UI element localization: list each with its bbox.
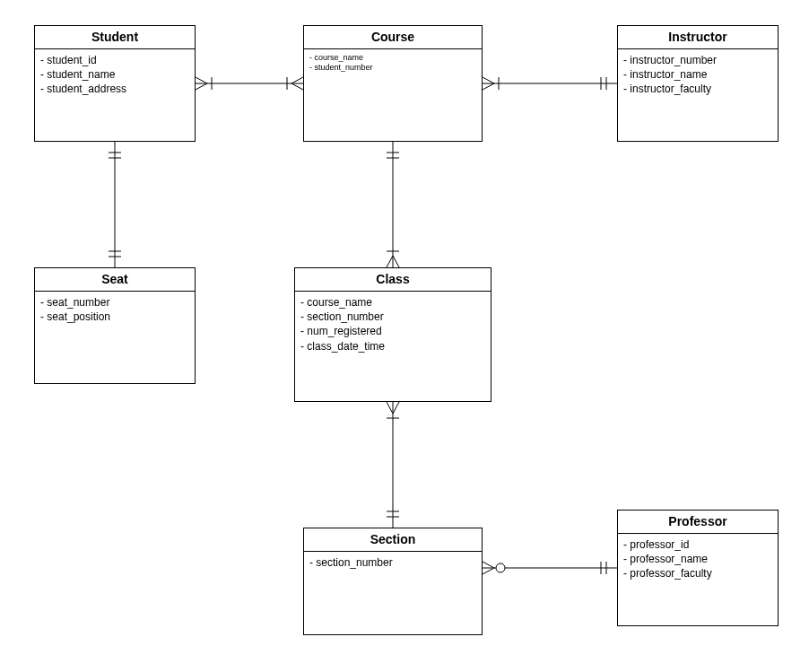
entity-class-attrs: - course_name - section_number - num_reg…	[295, 292, 491, 357]
entity-student-title: Student	[35, 26, 195, 49]
crow-foot	[483, 562, 494, 574]
entity-course-title: Course	[304, 26, 482, 49]
attr: - instructor_faculty	[623, 82, 772, 96]
crow-foot	[387, 256, 399, 267]
attr: - num_registered	[300, 324, 485, 338]
attr: - instructor_name	[623, 67, 772, 82]
entity-section-title: Section	[304, 528, 482, 552]
entity-seat-attrs: - seat_number - seat_position	[35, 292, 195, 327]
attr: - section_number	[300, 310, 485, 324]
attr: - student_address	[40, 82, 189, 96]
entity-section: Section - section_number	[303, 528, 483, 635]
entity-course: Course - course_name - student_number	[303, 25, 483, 142]
entity-course-attrs: - course_name - student_number	[304, 49, 482, 77]
entity-seat-title: Seat	[35, 268, 195, 292]
crow-foot	[483, 77, 494, 90]
entity-instructor: Instructor - instructor_number - instruc…	[617, 25, 779, 142]
entity-class-title: Class	[295, 268, 491, 292]
entity-student-attrs: - student_id - student_name - student_ad…	[35, 49, 195, 100]
entity-professor: Professor - professor_id - professor_nam…	[617, 510, 779, 626]
crow-foot	[387, 402, 399, 414]
entity-class: Class - course_name - section_number - n…	[294, 267, 491, 402]
attr: - student_name	[40, 67, 189, 82]
entity-professor-title: Professor	[618, 511, 778, 534]
attr: - course_name	[309, 53, 476, 63]
entity-instructor-attrs: - instructor_number - instructor_name - …	[618, 49, 778, 100]
entity-section-attrs: - section_number	[304, 552, 482, 573]
attr: - seat_position	[40, 310, 189, 324]
attr: - seat_number	[40, 295, 189, 310]
attr: - section_number	[309, 555, 476, 570]
entity-student: Student - student_id - student_name - st…	[34, 25, 196, 142]
attr: - professor_id	[623, 537, 772, 552]
attr: - professor_name	[623, 552, 772, 566]
entity-instructor-title: Instructor	[618, 26, 778, 49]
crow-foot	[196, 77, 207, 90]
optional-circle	[496, 563, 505, 572]
attr: - course_name	[300, 295, 485, 310]
crow-foot	[291, 77, 303, 90]
attr: - professor_faculty	[623, 566, 772, 580]
entity-seat: Seat - seat_number - seat_position	[34, 267, 196, 384]
entity-professor-attrs: - professor_id - professor_name - profes…	[618, 534, 778, 585]
attr: - class_date_time	[300, 339, 485, 353]
attr: - instructor_number	[623, 53, 772, 67]
attr: - student_id	[40, 53, 189, 67]
attr: - student_number	[309, 63, 476, 73]
